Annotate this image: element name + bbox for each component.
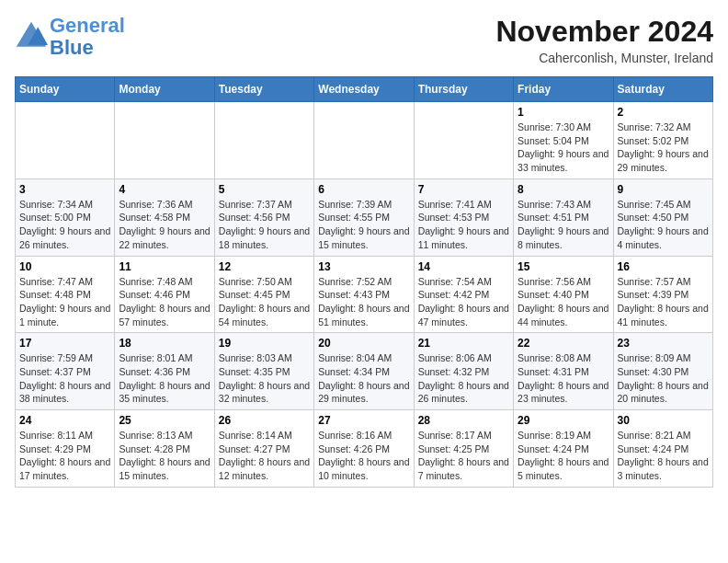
logo-text: General Blue (50, 15, 125, 59)
day-info: Sunrise: 7:54 AM Sunset: 4:42 PM Dayligh… (418, 275, 509, 329)
week-row-3: 17Sunrise: 7:59 AM Sunset: 4:37 PM Dayli… (16, 333, 713, 410)
day-info: Sunrise: 8:09 AM Sunset: 4:30 PM Dayligh… (618, 351, 709, 406)
day-cell: 10Sunrise: 7:47 AM Sunset: 4:48 PM Dayli… (16, 256, 115, 333)
day-cell: 24Sunrise: 8:11 AM Sunset: 4:29 PM Dayli… (16, 410, 115, 488)
day-number: 8 (518, 183, 609, 196)
day-cell (314, 102, 414, 179)
day-number: 23 (618, 337, 709, 350)
day-header-thursday: Thursday (414, 77, 513, 102)
day-info: Sunrise: 7:34 AM Sunset: 5:00 PM Dayligh… (19, 198, 110, 252)
day-number: 6 (318, 183, 409, 196)
day-cell: 15Sunrise: 7:56 AM Sunset: 4:40 PM Dayli… (514, 256, 613, 333)
day-header-wednesday: Wednesday (314, 77, 414, 102)
day-cell: 19Sunrise: 8:03 AM Sunset: 4:35 PM Dayli… (214, 333, 313, 410)
day-info: Sunrise: 7:56 AM Sunset: 4:40 PM Dayligh… (518, 275, 609, 329)
day-info: Sunrise: 8:17 AM Sunset: 4:25 PM Dayligh… (418, 429, 509, 483)
calendar-table: SundayMondayTuesdayWednesdayThursdayFrid… (15, 76, 713, 488)
day-cell: 4Sunrise: 7:36 AM Sunset: 4:58 PM Daylig… (115, 178, 214, 256)
day-number: 28 (418, 414, 509, 427)
day-info: Sunrise: 7:45 AM Sunset: 4:50 PM Dayligh… (618, 198, 709, 252)
day-number: 17 (19, 337, 110, 350)
day-cell: 1Sunrise: 7:30 AM Sunset: 5:04 PM Daylig… (514, 102, 613, 179)
day-info: Sunrise: 8:04 AM Sunset: 4:34 PM Dayligh… (318, 351, 409, 406)
day-info: Sunrise: 7:36 AM Sunset: 4:58 PM Dayligh… (119, 198, 210, 252)
day-info: Sunrise: 8:06 AM Sunset: 4:32 PM Dayligh… (418, 351, 509, 406)
day-number: 15 (518, 260, 609, 273)
page: General Blue November 2024 Caherconlish,… (0, 0, 728, 502)
logo-line2: Blue (50, 36, 94, 59)
day-cell (214, 102, 313, 179)
day-cell: 22Sunrise: 8:08 AM Sunset: 4:31 PM Dayli… (514, 333, 613, 410)
week-row-1: 3Sunrise: 7:34 AM Sunset: 5:00 PM Daylig… (16, 178, 713, 256)
day-number: 3 (19, 183, 110, 196)
day-cell: 9Sunrise: 7:45 AM Sunset: 4:50 PM Daylig… (613, 178, 712, 256)
day-info: Sunrise: 7:37 AM Sunset: 4:56 PM Dayligh… (219, 198, 310, 252)
day-cell: 26Sunrise: 8:14 AM Sunset: 4:27 PM Dayli… (214, 410, 313, 488)
day-cell: 17Sunrise: 7:59 AM Sunset: 4:37 PM Dayli… (16, 333, 115, 410)
day-info: Sunrise: 7:50 AM Sunset: 4:45 PM Dayligh… (219, 275, 310, 329)
day-cell: 2Sunrise: 7:32 AM Sunset: 5:02 PM Daylig… (613, 102, 712, 179)
day-header-sunday: Sunday (16, 77, 115, 102)
day-number: 24 (19, 414, 110, 427)
day-number: 19 (219, 337, 310, 350)
day-info: Sunrise: 8:19 AM Sunset: 4:24 PM Dayligh… (518, 429, 609, 483)
day-number: 22 (518, 337, 609, 350)
day-header-tuesday: Tuesday (214, 77, 313, 102)
day-cell: 6Sunrise: 7:39 AM Sunset: 4:55 PM Daylig… (314, 178, 414, 256)
day-cell: 8Sunrise: 7:43 AM Sunset: 4:51 PM Daylig… (514, 178, 613, 256)
day-info: Sunrise: 8:03 AM Sunset: 4:35 PM Dayligh… (219, 351, 310, 406)
day-number: 14 (418, 260, 509, 273)
day-number: 9 (618, 183, 709, 196)
day-cell: 11Sunrise: 7:48 AM Sunset: 4:46 PM Dayli… (115, 256, 214, 333)
day-info: Sunrise: 7:59 AM Sunset: 4:37 PM Dayligh… (19, 351, 110, 406)
day-info: Sunrise: 8:11 AM Sunset: 4:29 PM Dayligh… (19, 429, 110, 483)
day-cell: 3Sunrise: 7:34 AM Sunset: 5:00 PM Daylig… (16, 178, 115, 256)
day-header-monday: Monday (115, 77, 214, 102)
day-number: 29 (518, 414, 609, 427)
logo-icon (15, 20, 48, 53)
day-info: Sunrise: 8:08 AM Sunset: 4:31 PM Dayligh… (518, 351, 609, 406)
day-cell: 16Sunrise: 7:57 AM Sunset: 4:39 PM Dayli… (613, 256, 712, 333)
day-info: Sunrise: 8:13 AM Sunset: 4:28 PM Dayligh… (119, 429, 210, 483)
day-number: 26 (219, 414, 310, 427)
week-row-0: 1Sunrise: 7:30 AM Sunset: 5:04 PM Daylig… (16, 102, 713, 179)
day-number: 20 (318, 337, 409, 350)
day-number: 16 (618, 260, 709, 273)
header: General Blue November 2024 Caherconlish,… (15, 15, 713, 65)
day-number: 2 (618, 106, 709, 119)
day-number: 7 (418, 183, 509, 196)
logo-line1: General (50, 14, 125, 37)
day-number: 25 (119, 414, 210, 427)
day-info: Sunrise: 7:52 AM Sunset: 4:43 PM Dayligh… (318, 275, 409, 329)
day-number: 4 (119, 183, 210, 196)
day-info: Sunrise: 7:32 AM Sunset: 5:02 PM Dayligh… (618, 121, 709, 175)
day-cell: 14Sunrise: 7:54 AM Sunset: 4:42 PM Dayli… (414, 256, 513, 333)
day-cell (16, 102, 115, 179)
day-number: 1 (518, 106, 609, 119)
day-number: 21 (418, 337, 509, 350)
day-number: 13 (318, 260, 409, 273)
day-info: Sunrise: 8:21 AM Sunset: 4:24 PM Dayligh… (618, 429, 709, 483)
day-info: Sunrise: 7:39 AM Sunset: 4:55 PM Dayligh… (318, 198, 409, 252)
day-info: Sunrise: 7:30 AM Sunset: 5:04 PM Dayligh… (518, 121, 609, 175)
day-cell: 18Sunrise: 8:01 AM Sunset: 4:36 PM Dayli… (115, 333, 214, 410)
day-cell: 30Sunrise: 8:21 AM Sunset: 4:24 PM Dayli… (613, 410, 712, 488)
day-cell: 28Sunrise: 8:17 AM Sunset: 4:25 PM Dayli… (414, 410, 513, 488)
header-row: SundayMondayTuesdayWednesdayThursdayFrid… (16, 77, 713, 102)
day-cell: 21Sunrise: 8:06 AM Sunset: 4:32 PM Dayli… (414, 333, 513, 410)
week-row-2: 10Sunrise: 7:47 AM Sunset: 4:48 PM Dayli… (16, 256, 713, 333)
day-number: 27 (318, 414, 409, 427)
day-cell: 23Sunrise: 8:09 AM Sunset: 4:30 PM Dayli… (613, 333, 712, 410)
day-header-friday: Friday (514, 77, 613, 102)
day-number: 30 (618, 414, 709, 427)
day-number: 11 (119, 260, 210, 273)
day-number: 10 (19, 260, 110, 273)
day-cell: 27Sunrise: 8:16 AM Sunset: 4:26 PM Dayli… (314, 410, 414, 488)
day-info: Sunrise: 7:47 AM Sunset: 4:48 PM Dayligh… (19, 275, 110, 329)
day-cell: 5Sunrise: 7:37 AM Sunset: 4:56 PM Daylig… (214, 178, 313, 256)
logo: General Blue (15, 15, 125, 59)
day-header-saturday: Saturday (613, 77, 712, 102)
day-cell: 25Sunrise: 8:13 AM Sunset: 4:28 PM Dayli… (115, 410, 214, 488)
day-cell: 12Sunrise: 7:50 AM Sunset: 4:45 PM Dayli… (214, 256, 313, 333)
day-info: Sunrise: 7:43 AM Sunset: 4:51 PM Dayligh… (518, 198, 609, 252)
